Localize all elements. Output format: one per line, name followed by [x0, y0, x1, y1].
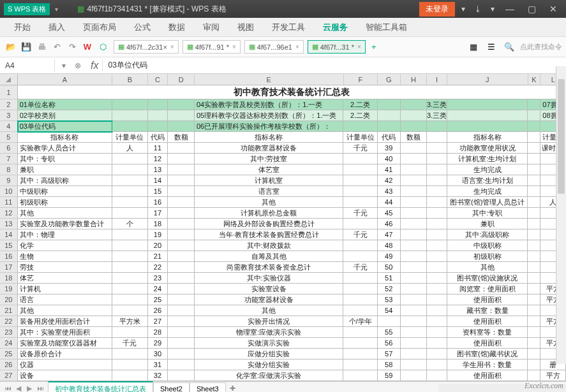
row-header[interactable]: 25 — [0, 349, 18, 359]
cell[interactable] — [528, 164, 540, 175]
cell[interactable]: 41 — [378, 164, 401, 175]
toolbar-more-icon[interactable]: ▦ — [466, 40, 480, 54]
cell[interactable] — [148, 99, 168, 110]
row-header[interactable]: 4 — [0, 121, 18, 132]
file-tab-2[interactable]: ▦4f67...96e1× — [244, 40, 304, 54]
row-header[interactable]: 1 — [0, 85, 18, 99]
cell[interactable]: 资料室等：数量 — [447, 327, 528, 338]
cell[interactable]: 千元 — [112, 338, 147, 349]
cell[interactable]: 尚需教育技术装备资金总计 — [195, 262, 343, 273]
cell[interactable] — [112, 197, 147, 208]
cell[interactable]: 中级职称 — [18, 186, 112, 197]
tab-devtools[interactable]: 开发工具 — [264, 18, 313, 36]
cell[interactable]: 23 — [148, 273, 168, 284]
cell[interactable] — [343, 154, 377, 164]
cell[interactable] — [427, 175, 447, 186]
cell[interactable]: 功能教室器材设备 — [195, 143, 343, 154]
cell[interactable]: 劳技 — [18, 262, 112, 273]
cell[interactable] — [168, 338, 195, 349]
cell[interactable]: 11 — [148, 143, 168, 154]
cell[interactable]: 其他 — [195, 197, 343, 208]
open-folder-icon[interactable]: 📂 — [4, 40, 18, 54]
cell[interactable]: 个 — [112, 219, 147, 229]
row-header[interactable]: 5 — [0, 132, 18, 143]
file-tab-0[interactable]: ▦4f67f...2c31×× — [114, 40, 179, 54]
cell[interactable]: 语言室 — [195, 186, 343, 197]
cell[interactable]: 55 — [378, 327, 401, 338]
cell[interactable] — [343, 197, 377, 208]
cell[interactable] — [401, 121, 428, 132]
cell[interactable]: 其中:财政拨款 — [195, 240, 343, 251]
cell[interactable]: 13 — [148, 164, 168, 175]
cell[interactable]: 阅览室：使用面积 — [447, 284, 528, 294]
cell[interactable]: 计量单位 — [112, 132, 147, 143]
sheet-tab-0[interactable]: 初中教育技术装备统计汇总表 — [48, 381, 153, 392]
cell[interactable] — [378, 99, 401, 110]
cell[interactable] — [343, 359, 377, 370]
cell[interactable] — [427, 294, 447, 305]
cell[interactable]: 化学室:应做演示实验 — [195, 370, 343, 381]
cell[interactable] — [168, 208, 195, 219]
cell[interactable] — [168, 327, 195, 338]
cell[interactable]: 39 — [378, 143, 401, 154]
cell[interactable] — [112, 208, 147, 219]
cell[interactable]: 体艺室 — [195, 164, 343, 175]
cell[interactable]: 计算机室:生均计划 — [447, 154, 528, 164]
cell[interactable]: 58 — [378, 359, 401, 370]
col-header-A[interactable]: A — [18, 74, 112, 85]
formula-cancel-icon[interactable]: ⊗ — [71, 61, 84, 70]
row-header[interactable]: 17 — [0, 262, 18, 273]
cell[interactable]: 语言室:生均计划 — [447, 175, 528, 186]
cell[interactable] — [528, 229, 540, 240]
cell[interactable] — [528, 305, 540, 316]
cell[interactable]: 中级职称 — [447, 240, 528, 251]
cell[interactable] — [112, 284, 147, 294]
cell[interactable] — [401, 229, 428, 240]
row-header[interactable]: 16 — [0, 251, 18, 262]
tab-smarttools[interactable]: 智能工具箱 — [358, 18, 415, 36]
cell[interactable] — [112, 164, 147, 175]
cell[interactable] — [427, 305, 447, 316]
cell[interactable]: 16 — [148, 197, 168, 208]
cell[interactable]: 实验室及功能室仪器器材 — [18, 338, 112, 349]
cell[interactable] — [401, 251, 428, 262]
titlebar-pin-icon[interactable]: ⭳ — [472, 3, 484, 15]
row-header[interactable]: 19 — [0, 284, 18, 294]
cell[interactable] — [528, 132, 540, 143]
cell[interactable] — [528, 349, 540, 359]
cell[interactable] — [401, 197, 428, 208]
cell[interactable] — [401, 99, 428, 110]
tab-data[interactable]: 数据 — [161, 18, 193, 36]
cell[interactable]: 化学 — [18, 240, 112, 251]
cell[interactable] — [168, 99, 195, 110]
cell[interactable] — [528, 208, 540, 219]
cell[interactable]: 其他 — [18, 208, 112, 219]
save-icon[interactable]: 💾 — [19, 40, 33, 54]
cell[interactable]: 29 — [148, 338, 168, 349]
cell[interactable] — [343, 175, 377, 186]
cell[interactable]: 千元 — [343, 143, 377, 154]
row-header[interactable]: 12 — [0, 208, 18, 219]
maximize-button[interactable]: ▢ — [523, 2, 540, 16]
tab-formula[interactable]: 公式 — [126, 18, 158, 36]
cell[interactable]: 兼职 — [18, 164, 112, 175]
cell[interactable]: 功能教室使用状况 — [447, 143, 528, 154]
cell[interactable] — [427, 240, 447, 251]
cell[interactable]: 45 — [378, 208, 401, 219]
cell[interactable] — [112, 186, 147, 197]
col-header-K[interactable]: K — [528, 74, 541, 85]
scrollbar-thumb[interactable] — [558, 79, 565, 194]
cell[interactable]: 当年·教育技术装备购置经费总计 — [195, 229, 343, 240]
cell[interactable]: 千元 — [343, 262, 377, 273]
row-header[interactable]: 13 — [0, 219, 18, 229]
cell[interactable] — [168, 219, 195, 229]
row-header[interactable]: 26 — [0, 359, 18, 370]
cell[interactable] — [343, 294, 377, 305]
cell[interactable] — [168, 197, 195, 208]
cell[interactable] — [528, 197, 540, 208]
col-header-C[interactable]: C — [148, 74, 168, 85]
cell[interactable]: 实验室设备 — [195, 284, 343, 294]
cell[interactable] — [528, 262, 540, 273]
cell[interactable] — [168, 316, 195, 327]
cell[interactable]: 语言 — [18, 294, 112, 305]
